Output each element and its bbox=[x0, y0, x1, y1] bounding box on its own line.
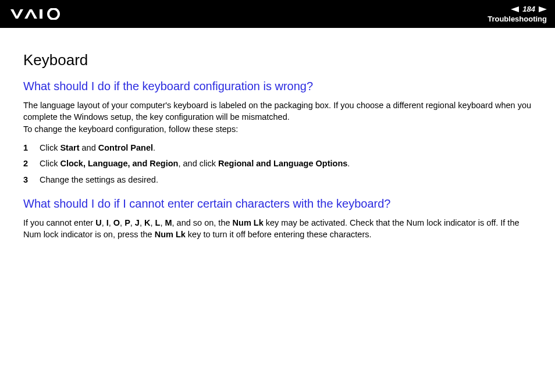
header-right: 184 Troubleshooting bbox=[488, 5, 547, 23]
page-content: Keyboard What should I do if the keyboar… bbox=[0, 28, 555, 241]
question-2-section: What should I do if I cannot enter certa… bbox=[23, 197, 532, 240]
page-title: Keyboard bbox=[23, 51, 532, 69]
section-label: Troubleshooting bbox=[488, 15, 547, 23]
q1-para2: To change the keyboard configuration, fo… bbox=[23, 124, 532, 136]
page-number: 184 bbox=[522, 5, 535, 13]
svg-point-1 bbox=[48, 9, 59, 19]
step-2: Click Clock, Language, and Region, and c… bbox=[23, 158, 532, 170]
step-3: Change the settings as desired. bbox=[23, 174, 532, 186]
question-1-heading: What should I do if the keyboard configu… bbox=[23, 80, 532, 93]
question-2-heading: What should I do if I cannot enter certa… bbox=[23, 197, 532, 211]
next-page-arrow-icon[interactable] bbox=[539, 6, 547, 12]
svg-rect-0 bbox=[40, 9, 42, 19]
vaio-logo bbox=[10, 8, 66, 20]
q2-para: If you cannot enter U, I, O, P, J, K, L,… bbox=[23, 218, 532, 240]
q1-para1: The language layout of your computer's k… bbox=[23, 100, 532, 123]
step-1: Click Start and Control Panel. bbox=[23, 142, 532, 154]
page-header: 184 Troubleshooting bbox=[0, 0, 555, 28]
page-nav: 184 bbox=[511, 5, 547, 13]
q1-steps: Click Start and Control Panel. Click Clo… bbox=[23, 142, 532, 186]
prev-page-arrow-icon[interactable] bbox=[511, 6, 519, 12]
